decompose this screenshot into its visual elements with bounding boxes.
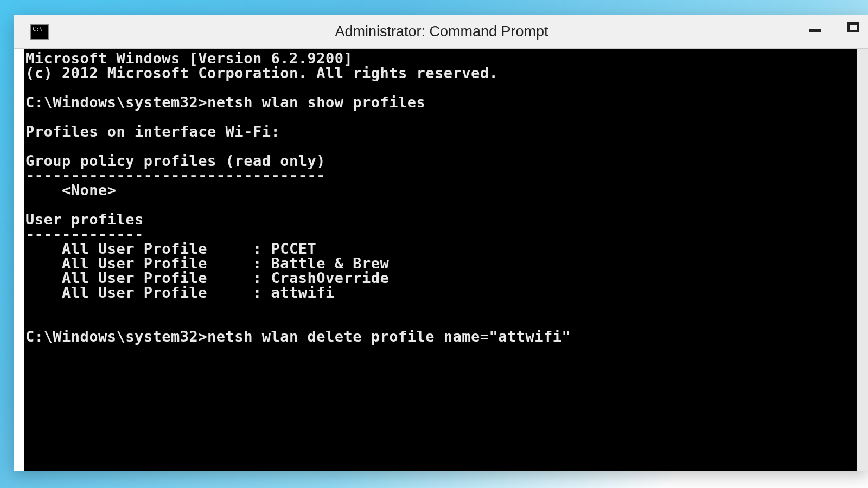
minimize-icon <box>809 29 821 32</box>
window-controls <box>803 17 865 37</box>
command-prompt-window: C:\ Administrator: Command Prompt Micros… <box>14 15 868 471</box>
window-title: Administrator: Command Prompt <box>335 23 548 40</box>
cmd-icon: C:\ <box>30 24 49 40</box>
terminal-output[interactable]: Microsoft Windows [Version 6.2.9200] (c)… <box>24 49 868 471</box>
maximize-button[interactable] <box>841 17 865 37</box>
cmd-icon-text: C:\ <box>33 26 42 32</box>
titlebar[interactable]: C:\ Administrator: Command Prompt <box>14 15 868 49</box>
maximize-icon <box>847 22 859 32</box>
minimize-button[interactable] <box>803 17 827 37</box>
scrollbar[interactable] <box>857 49 868 471</box>
